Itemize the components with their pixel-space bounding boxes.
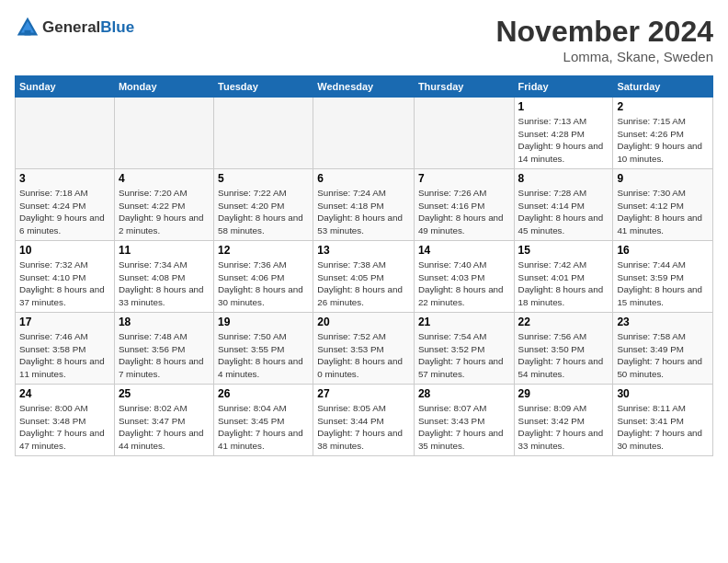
day-info: Sunrise: 7:50 AMSunset: 3:55 PMDaylight:…	[218, 330, 309, 381]
day-number: 25	[119, 387, 210, 400]
calendar-day	[114, 98, 213, 169]
day-info: Sunrise: 8:02 AMSunset: 3:47 PMDaylight:…	[119, 402, 210, 453]
day-info: Sunrise: 7:20 AMSunset: 4:22 PMDaylight:…	[119, 187, 210, 237]
calendar-week-row: 3Sunrise: 7:18 AMSunset: 4:24 PMDaylight…	[16, 169, 713, 241]
day-number: 7	[418, 172, 510, 185]
day-info: Sunrise: 7:15 AMSunset: 4:26 PMDaylight:…	[617, 115, 709, 166]
logo-icon	[15, 15, 40, 40]
day-number: 13	[317, 244, 410, 257]
day-info: Sunrise: 8:00 AMSunset: 3:48 PMDaylight:…	[19, 402, 110, 453]
day-number: 8	[518, 172, 609, 185]
day-info: Sunrise: 7:46 AMSunset: 3:58 PMDaylight:…	[19, 330, 110, 381]
calendar-day: 1Sunrise: 7:13 AMSunset: 4:28 PMDaylight…	[514, 98, 613, 169]
day-info: Sunrise: 7:40 AMSunset: 4:03 PMDaylight:…	[418, 259, 510, 309]
day-info: Sunrise: 7:18 AMSunset: 4:24 PMDaylight:…	[19, 187, 110, 237]
calendar-day: 29Sunrise: 8:09 AMSunset: 3:42 PMDayligh…	[514, 385, 613, 456]
calendar-day: 4Sunrise: 7:20 AMSunset: 4:22 PMDaylight…	[114, 169, 213, 241]
day-info: Sunrise: 8:09 AMSunset: 3:42 PMDaylight:…	[518, 402, 609, 453]
calendar-day	[313, 98, 415, 169]
calendar-day: 24Sunrise: 8:00 AMSunset: 3:48 PMDayligh…	[16, 385, 115, 456]
calendar-day: 9Sunrise: 7:30 AMSunset: 4:12 PMDaylight…	[613, 169, 713, 241]
day-info: Sunrise: 7:54 AMSunset: 3:52 PMDaylight:…	[418, 330, 510, 381]
calendar-week-row: 24Sunrise: 8:00 AMSunset: 3:48 PMDayligh…	[16, 385, 713, 456]
logo-general: General	[42, 18, 100, 36]
day-number: 29	[518, 387, 609, 400]
calendar-week-row: 17Sunrise: 7:46 AMSunset: 3:58 PMDayligh…	[16, 313, 713, 385]
title-block: November 2024 Lomma, Skane, Sweden	[495, 15, 713, 64]
day-number: 22	[518, 316, 609, 328]
day-number: 4	[119, 172, 210, 185]
day-info: Sunrise: 7:38 AMSunset: 4:05 PMDaylight:…	[317, 259, 410, 309]
day-number: 1	[518, 100, 609, 113]
calendar-week-row: 1Sunrise: 7:13 AMSunset: 4:28 PMDaylight…	[16, 98, 713, 169]
day-number: 24	[19, 387, 110, 400]
calendar-day: 10Sunrise: 7:32 AMSunset: 4:10 PMDayligh…	[16, 241, 115, 313]
calendar-day: 19Sunrise: 7:50 AMSunset: 3:55 PMDayligh…	[214, 313, 313, 385]
header-thursday: Thursday	[414, 76, 514, 98]
month-title: November 2024	[495, 15, 713, 49]
header-tuesday: Tuesday	[214, 76, 313, 98]
calendar-day: 16Sunrise: 7:44 AMSunset: 3:59 PMDayligh…	[613, 241, 713, 313]
day-info: Sunrise: 7:44 AMSunset: 3:59 PMDaylight:…	[617, 259, 709, 309]
logo-blue: Blue	[100, 18, 134, 36]
page: GeneralBlue November 2024 Lomma, Skane, …	[0, 0, 728, 464]
day-number: 28	[418, 387, 510, 400]
day-info: Sunrise: 7:32 AMSunset: 4:10 PMDaylight:…	[19, 259, 110, 309]
calendar-day	[16, 98, 115, 169]
calendar-day: 23Sunrise: 7:58 AMSunset: 3:49 PMDayligh…	[613, 313, 713, 385]
day-info: Sunrise: 8:07 AMSunset: 3:43 PMDaylight:…	[418, 402, 510, 453]
calendar-day: 12Sunrise: 7:36 AMSunset: 4:06 PMDayligh…	[214, 241, 313, 313]
day-number: 15	[518, 244, 609, 257]
day-number: 21	[418, 316, 510, 328]
calendar-day: 3Sunrise: 7:18 AMSunset: 4:24 PMDaylight…	[16, 169, 115, 241]
header-monday: Monday	[114, 76, 213, 98]
day-number: 26	[218, 387, 309, 400]
day-number: 27	[317, 387, 410, 400]
day-number: 17	[19, 316, 110, 328]
day-info: Sunrise: 7:42 AMSunset: 4:01 PMDaylight:…	[518, 259, 609, 309]
calendar-day: 11Sunrise: 7:34 AMSunset: 4:08 PMDayligh…	[114, 241, 213, 313]
calendar-day: 13Sunrise: 7:38 AMSunset: 4:05 PMDayligh…	[313, 241, 415, 313]
day-number: 11	[119, 244, 210, 257]
day-info: Sunrise: 7:52 AMSunset: 3:53 PMDaylight:…	[317, 330, 410, 381]
calendar-day: 6Sunrise: 7:24 AMSunset: 4:18 PMDaylight…	[313, 169, 415, 241]
calendar-week-row: 10Sunrise: 7:32 AMSunset: 4:10 PMDayligh…	[16, 241, 713, 313]
day-info: Sunrise: 7:26 AMSunset: 4:16 PMDaylight:…	[418, 187, 510, 237]
day-number: 20	[317, 316, 410, 328]
calendar-day: 2Sunrise: 7:15 AMSunset: 4:26 PMDaylight…	[613, 98, 713, 169]
day-number: 14	[418, 244, 510, 257]
day-number: 5	[218, 172, 309, 185]
calendar-day: 15Sunrise: 7:42 AMSunset: 4:01 PMDayligh…	[514, 241, 613, 313]
calendar-day: 28Sunrise: 8:07 AMSunset: 3:43 PMDayligh…	[414, 385, 514, 456]
day-info: Sunrise: 7:36 AMSunset: 4:06 PMDaylight:…	[218, 259, 309, 309]
day-number: 3	[19, 172, 110, 185]
day-info: Sunrise: 7:56 AMSunset: 3:50 PMDaylight:…	[518, 330, 609, 381]
calendar-day: 18Sunrise: 7:48 AMSunset: 3:56 PMDayligh…	[114, 313, 213, 385]
day-info: Sunrise: 7:13 AMSunset: 4:28 PMDaylight:…	[518, 115, 609, 166]
day-number: 16	[617, 244, 709, 257]
calendar-day: 14Sunrise: 7:40 AMSunset: 4:03 PMDayligh…	[414, 241, 514, 313]
header-sunday: Sunday	[16, 76, 115, 98]
day-info: Sunrise: 7:30 AMSunset: 4:12 PMDaylight:…	[617, 187, 709, 237]
day-info: Sunrise: 7:24 AMSunset: 4:18 PMDaylight:…	[317, 187, 410, 237]
day-number: 30	[617, 387, 709, 400]
svg-rect-2	[25, 30, 31, 36]
calendar-day: 5Sunrise: 7:22 AMSunset: 4:20 PMDaylight…	[214, 169, 313, 241]
day-info: Sunrise: 8:11 AMSunset: 3:41 PMDaylight:…	[617, 402, 709, 453]
day-info: Sunrise: 7:48 AMSunset: 3:56 PMDaylight:…	[119, 330, 210, 381]
day-number: 10	[19, 244, 110, 257]
header: GeneralBlue November 2024 Lomma, Skane, …	[15, 15, 713, 64]
calendar-day: 26Sunrise: 8:04 AMSunset: 3:45 PMDayligh…	[214, 385, 313, 456]
day-info: Sunrise: 8:05 AMSunset: 3:44 PMDaylight:…	[317, 402, 410, 453]
day-number: 2	[617, 100, 709, 113]
calendar-day	[214, 98, 313, 169]
calendar-day: 25Sunrise: 8:02 AMSunset: 3:47 PMDayligh…	[114, 385, 213, 456]
day-number: 18	[119, 316, 210, 328]
calendar-header-row: Sunday Monday Tuesday Wednesday Thursday…	[16, 76, 713, 98]
day-info: Sunrise: 7:22 AMSunset: 4:20 PMDaylight:…	[218, 187, 309, 237]
calendar-day: 21Sunrise: 7:54 AMSunset: 3:52 PMDayligh…	[414, 313, 514, 385]
day-number: 23	[617, 316, 709, 328]
day-info: Sunrise: 7:58 AMSunset: 3:49 PMDaylight:…	[617, 330, 709, 381]
calendar-day: 22Sunrise: 7:56 AMSunset: 3:50 PMDayligh…	[514, 313, 613, 385]
calendar-day: 20Sunrise: 7:52 AMSunset: 3:53 PMDayligh…	[313, 313, 415, 385]
